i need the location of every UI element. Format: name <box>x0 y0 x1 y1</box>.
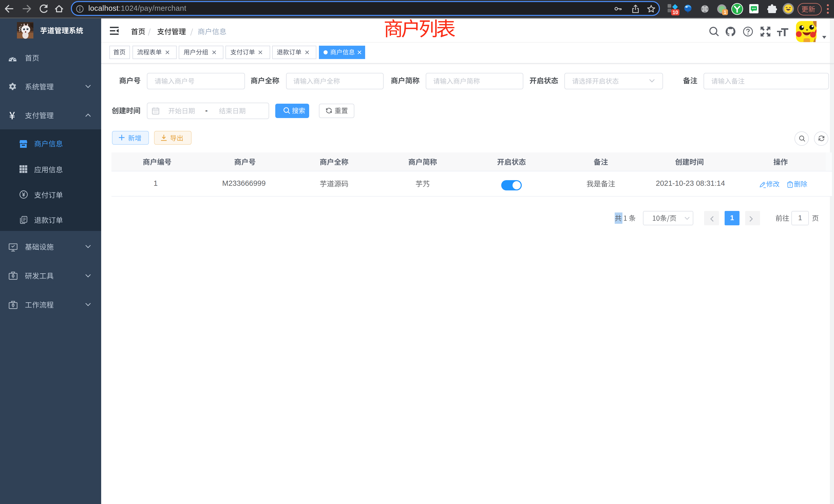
svg-text:10: 10 <box>673 9 678 15</box>
svg-text:1: 1 <box>724 10 726 15</box>
